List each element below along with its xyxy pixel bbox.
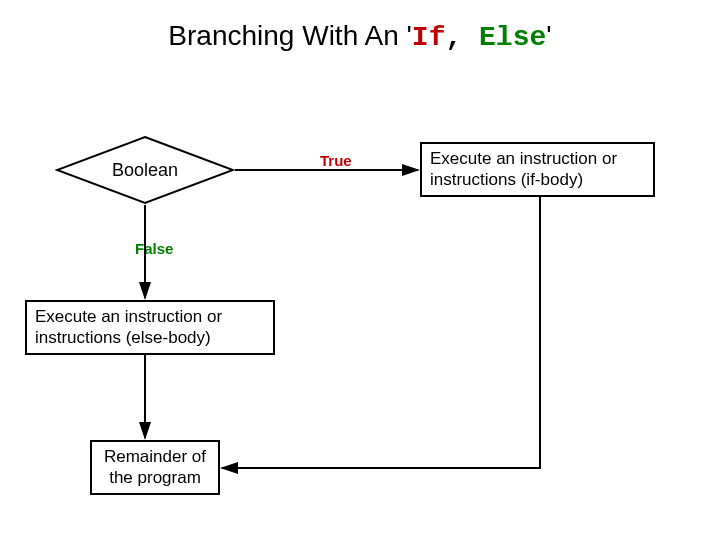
decision-diamond-shape: Boolean	[55, 135, 235, 205]
remainder-text: Remainder of the program	[100, 447, 210, 488]
title-suffix: '	[546, 20, 551, 51]
if-body-node: Execute an instruction or instructions (…	[420, 142, 655, 197]
title-comma: ,	[445, 22, 479, 53]
if-body-text: Execute an instruction or instructions (…	[430, 149, 645, 190]
title-prefix: Branching With An '	[168, 20, 411, 51]
else-body-text: Execute an instruction or instructions (…	[35, 307, 265, 348]
title-if-keyword: If	[412, 22, 446, 53]
decision-label: Boolean	[55, 135, 235, 205]
remainder-node: Remainder of the program	[90, 440, 220, 495]
page-title: Branching With An 'If, Else'	[0, 20, 720, 53]
decision-node: Boolean	[55, 135, 235, 205]
edge-label-false: False	[135, 240, 173, 257]
title-else-keyword: Else	[479, 22, 546, 53]
edge-label-true: True	[320, 152, 352, 169]
else-body-node: Execute an instruction or instructions (…	[25, 300, 275, 355]
